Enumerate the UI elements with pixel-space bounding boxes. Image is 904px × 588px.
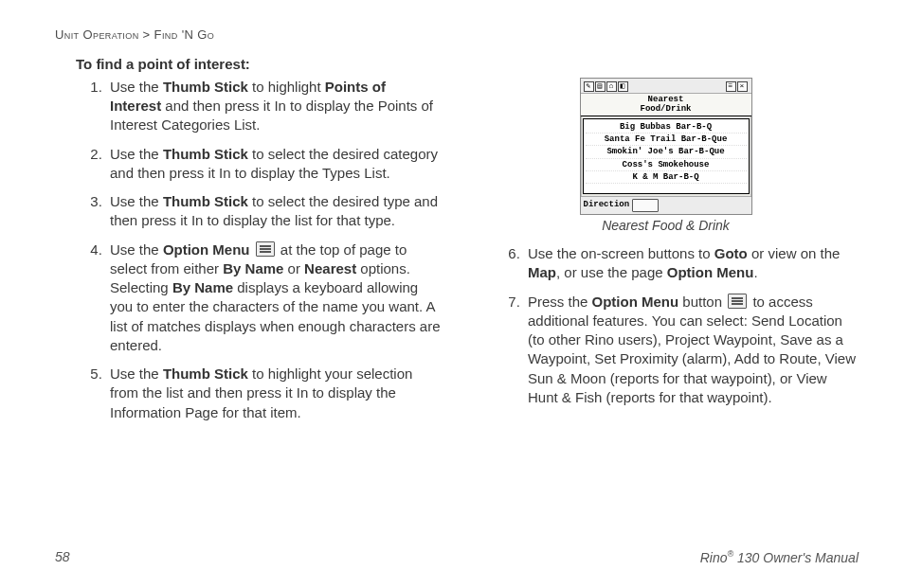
topbar-right-icons: ≡×: [726, 80, 749, 93]
page-footer: 58 Rino® 130 Owner's Manual: [55, 548, 859, 567]
step-item: Use the Thumb Stick to highlight your se…: [106, 365, 441, 422]
doc-title: Rino® 130 Owner's Manual: [700, 548, 859, 567]
steps-list-right: Use the on-screen buttons to Goto or vie…: [473, 244, 859, 407]
page-number: 58: [55, 548, 70, 567]
step-item: Use the Thumb Stick to select the desire…: [106, 192, 441, 231]
step-item: Press the Option Menu button to access a…: [524, 293, 859, 408]
screenshot-footer: Direction: [581, 196, 751, 214]
step-item: Use the Thumb Stick to select the desire…: [106, 145, 441, 184]
option-menu-icon: [728, 294, 747, 309]
breadcrumb-sep: >: [139, 27, 154, 42]
footer-box: [632, 199, 659, 212]
step-item: Use the Option Menu at the top of page t…: [106, 241, 441, 356]
screenshot-caption: Nearest Food & Drink: [473, 217, 859, 235]
right-column: ✎▤⌂◧ ≡× Nearest Food/Drink Big Bubbas Ba…: [473, 78, 859, 432]
step-item: Use the on-screen buttons to Goto or vie…: [524, 244, 859, 283]
list-item: Coss's Smokehouse: [586, 159, 747, 171]
breadcrumb-section: Unit Operation: [55, 27, 139, 42]
list-item: K & M Bar-B-Q: [586, 171, 747, 184]
topbar-left-icons: ✎▤⌂◧: [584, 80, 629, 93]
doc-title-pre: Rino: [700, 550, 728, 565]
breadcrumb: Unit Operation > Find 'N Go: [55, 27, 859, 44]
steps-list-left: Use the Thumb Stick to highlight Points …: [55, 78, 441, 422]
doc-title-post: 130 Owner's Manual: [733, 550, 859, 565]
option-menu-icon: [256, 241, 275, 257]
screenshot-title-line2: Food/Drink: [581, 105, 751, 114]
section-heading: To find a point of interest:: [76, 55, 859, 74]
step-item: Use the Thumb Stick to highlight Points …: [106, 78, 441, 135]
content-columns: Use the Thumb Stick to highlight Points …: [55, 78, 859, 432]
list-item: Big Bubbas Bar-B-Q: [586, 121, 747, 134]
manual-page: Unit Operation > Find 'N Go To find a po…: [0, 0, 904, 588]
left-column: Use the Thumb Stick to highlight Points …: [55, 78, 441, 432]
breadcrumb-sub: Find 'N Go: [154, 27, 215, 42]
device-screenshot-wrap: ✎▤⌂◧ ≡× Nearest Food/Drink Big Bubbas Ba…: [473, 78, 859, 235]
screenshot-title: Nearest Food/Drink: [581, 94, 751, 116]
screenshot-list: Big Bubbas Bar-B-Q Santa Fe Trail Bar-B-…: [583, 118, 750, 194]
device-screenshot: ✎▤⌂◧ ≡× Nearest Food/Drink Big Bubbas Ba…: [580, 78, 752, 216]
footer-label: Direction: [584, 199, 630, 212]
list-item: Santa Fe Trail Bar-B-Que: [586, 134, 747, 146]
list-item: Smokin' Joe's Bar-B-Que: [586, 146, 747, 158]
screenshot-topbar: ✎▤⌂◧ ≡×: [581, 79, 751, 95]
